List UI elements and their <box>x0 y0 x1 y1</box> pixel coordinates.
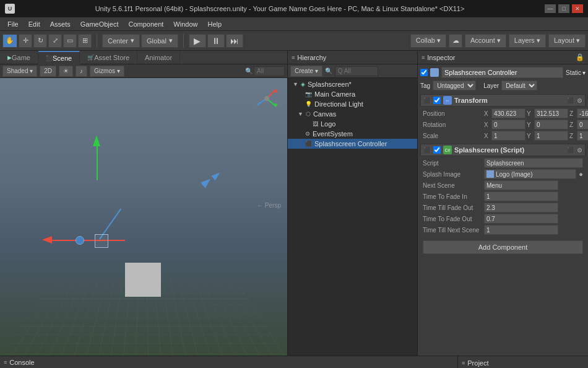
scene-viewport[interactable]: ← Persp <box>0 78 287 356</box>
transform-enabled-checkbox[interactable] <box>433 97 441 104</box>
cloud-button[interactable]: ☁ <box>449 34 462 48</box>
object-enabled-checkbox[interactable] <box>420 69 428 76</box>
script-component-header[interactable]: ⬛ C# Splashscreen (Script) ⬛ ⚙ <box>420 144 586 156</box>
account-button[interactable]: Account ▾ <box>465 34 506 48</box>
inspector-header: ≡ Inspector 🔒 <box>418 51 588 64</box>
hierarchy-item-eventsystem[interactable]: ⚙ EventSystem <box>288 129 417 139</box>
menu-component[interactable]: Component <box>123 19 168 29</box>
add-component-button[interactable]: Add Component <box>423 240 583 254</box>
perspective-label: ← Persp <box>257 202 281 209</box>
menu-edit[interactable]: Edit <box>24 19 45 29</box>
static-toggle[interactable]: Static ▾ <box>566 69 586 76</box>
fade-out-time-field[interactable] <box>484 203 558 212</box>
tab-game[interactable]: ▶ Game <box>0 51 38 64</box>
next-scene-time-field[interactable] <box>484 225 558 235</box>
rot-x-field[interactable] <box>491 120 525 129</box>
hierarchy-item-directional-light[interactable]: 💡 Directional Light <box>288 99 417 109</box>
time-fade-out-field[interactable] <box>484 214 558 224</box>
rot-z-field[interactable] <box>577 120 588 129</box>
layout-button[interactable]: Layout ▾ <box>548 34 586 48</box>
tab-scene[interactable]: ⬛ Scene <box>38 51 80 64</box>
splash-image-field[interactable]: Logo (Image) <box>484 169 576 179</box>
audio-button[interactable]: ♪ <box>76 66 87 77</box>
hierarchy-item-logo[interactable]: 🖼 Logo <box>288 119 417 129</box>
collab-button[interactable]: Collab ▾ <box>410 34 446 48</box>
fade-out-time-label: Time Till Fade Out <box>423 204 482 211</box>
play-button[interactable]: ▶ <box>189 34 206 48</box>
tab-asset-store[interactable]: 🛒 Asset Store <box>80 51 137 64</box>
axis-widget <box>251 83 282 114</box>
pos-x-label: X <box>484 110 490 117</box>
center-dropdown[interactable]: Center ▾ <box>102 34 140 48</box>
gizmos-dropdown[interactable]: Gizmos ▾ <box>90 66 124 77</box>
move-tool-button[interactable]: ✛ <box>19 34 32 48</box>
hierarchy-content: ▼ ◈ Splashscreen* 📷 Main Camera 💡 Direct… <box>288 78 417 356</box>
project-panel: ≡ Project Create ▾ 🔍 🔍 ▼ ★ Favorites ▼ 📁… <box>458 356 588 368</box>
rotate-tool-button[interactable]: ↻ <box>33 34 47 48</box>
pos-x-field[interactable] <box>491 108 525 118</box>
component-options-icon2: ⬛ <box>567 147 574 154</box>
hierarchy-item-label: Splashscreen* <box>308 81 352 88</box>
menu-help[interactable]: Help <box>202 19 227 29</box>
hierarchy-create-button[interactable]: Create ▾ <box>290 66 322 77</box>
fade-in-field[interactable] <box>484 191 558 201</box>
hierarchy-search-input[interactable] <box>335 66 378 76</box>
menu-gameobject[interactable]: GameObject <box>76 19 124 29</box>
rect-tool-button[interactable]: ▭ <box>63 34 77 48</box>
script-enabled-checkbox[interactable] <box>433 146 441 154</box>
controller-icon: ⬛ <box>305 141 312 147</box>
project-header: ≡ Project <box>458 356 588 368</box>
transform-tool-button[interactable]: ⊞ <box>78 34 92 48</box>
global-dropdown[interactable]: Global ▾ <box>141 34 178 48</box>
svg-point-6 <box>264 96 269 101</box>
menu-file[interactable]: File <box>2 19 24 29</box>
object-name-field[interactable] <box>441 67 563 78</box>
shaded-dropdown[interactable]: Shaded ▾ <box>2 66 37 77</box>
pos-y-label: Y <box>527 110 533 117</box>
hierarchy-item-splashscreen-controller[interactable]: ⬛ Splashscreen Controller <box>288 139 417 149</box>
script-label: Script <box>423 160 482 167</box>
layer-dropdown[interactable]: Default <box>501 81 537 90</box>
component-gear-icon[interactable]: ⚙ <box>577 97 582 104</box>
tab-animator[interactable]: Animator <box>137 51 180 64</box>
twod-button[interactable]: 2D <box>40 66 56 77</box>
layers-button[interactable]: Layers ▾ <box>509 34 546 48</box>
transform-component-header[interactable]: ⬛ ↔ Transform ⬛ ⚙ <box>420 94 586 107</box>
layer-label: Layer <box>483 82 499 89</box>
hand-tool-button[interactable]: ✋ <box>2 34 17 48</box>
hierarchy-item-main-camera[interactable]: 📷 Main Camera <box>288 89 417 99</box>
pos-y-field[interactable] <box>534 108 568 118</box>
scale-y-field[interactable] <box>534 131 568 141</box>
menu-window[interactable]: Window <box>168 19 202 29</box>
fade-in-label: Time To Fade In <box>423 193 482 200</box>
close-button[interactable]: ✕ <box>572 4 583 13</box>
image-dot-icon <box>486 170 494 178</box>
minimize-button[interactable]: — <box>545 4 556 13</box>
hierarchy-item-canvas[interactable]: ▼ ⬡ Canvas <box>288 109 417 119</box>
script-field[interactable]: Splashscreen <box>484 158 583 168</box>
time-fade-out-row: Time To Fade Out <box>420 213 586 224</box>
maximize-button[interactable]: □ <box>558 4 569 13</box>
scale-tool-button[interactable]: ⤢ <box>48 34 62 48</box>
component-gear-icon2[interactable]: ⚙ <box>577 147 582 154</box>
scene-search-input[interactable] <box>254 66 285 76</box>
scene-toolbar: Shaded ▾ 2D ☀ ♪ Gizmos ▾ 🔍 <box>0 64 287 78</box>
script-value: Splashscreen <box>486 160 524 167</box>
light-icon: 💡 <box>305 101 312 107</box>
rot-y-field[interactable] <box>534 120 568 129</box>
step-button[interactable]: ⏭ <box>226 34 243 48</box>
scale-x-field[interactable] <box>491 131 525 141</box>
light-button[interactable]: ☀ <box>59 66 73 77</box>
component-options-icon: ⬛ <box>567 97 574 104</box>
pause-button[interactable]: ⏸ <box>207 34 225 48</box>
rot-y-label: Y <box>527 121 533 128</box>
splash-image-pick-icon[interactable]: ● <box>579 170 583 178</box>
position-label: Position <box>423 110 482 117</box>
next-scene-field[interactable] <box>484 180 558 190</box>
hierarchy-item-splashscreen[interactable]: ▼ ◈ Splashscreen* <box>288 79 417 89</box>
unity-logo: U <box>5 4 15 14</box>
tag-dropdown[interactable]: Untagged <box>433 81 476 90</box>
pos-z-field[interactable] <box>577 108 588 118</box>
menu-assets[interactable]: Assets <box>45 19 76 29</box>
scale-z-field[interactable] <box>577 131 588 141</box>
